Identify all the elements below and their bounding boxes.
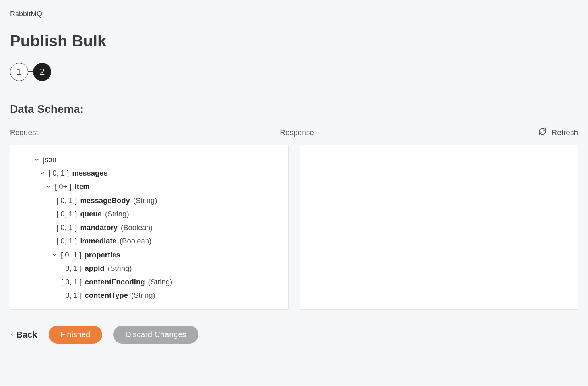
request-label: Request (10, 128, 269, 137)
tree-name: messageBody (80, 194, 130, 207)
tree-cardinality: [ 0, 1 ] (61, 262, 82, 275)
tree-leaf[interactable]: [ 0, 1 ] contentType (String) (17, 289, 281, 302)
discard-button[interactable]: Discard Changes (113, 326, 198, 344)
refresh-label: Refresh (551, 128, 578, 137)
tree-node-item[interactable]: [ 0+ ] item (17, 180, 281, 193)
tree-name: item (75, 180, 90, 193)
tree-name: immediate (80, 234, 116, 248)
tree-cardinality: [ 0, 1 ] (61, 289, 82, 302)
chevron-down-icon (39, 171, 45, 176)
tree-name: contentType (85, 289, 128, 302)
response-panel (300, 145, 578, 310)
tree-name: appId (85, 262, 104, 275)
tree-type: (String) (148, 275, 173, 289)
tree-cardinality: [ 0, 1 ] (56, 207, 77, 221)
tree-cardinality: [ 0, 1 ] (56, 194, 77, 207)
tree-type: (String) (108, 262, 132, 275)
tree-leaf[interactable]: [ 0, 1 ] mandatory (Boolean) (17, 221, 281, 234)
tree-node-json[interactable]: json (17, 153, 281, 166)
tree-name: messages (72, 166, 107, 180)
breadcrumb-link[interactable]: RabbitMQ (10, 10, 42, 18)
chevron-down-icon (45, 184, 52, 189)
chevron-down-icon (33, 157, 40, 162)
stepper: 1 2 (10, 63, 578, 81)
tree-type: (String) (105, 207, 129, 221)
tree-name: queue (80, 207, 101, 221)
tree-label: json (43, 153, 56, 166)
back-button[interactable]: Back (10, 330, 37, 340)
tree-name: properties (84, 248, 120, 262)
finished-button[interactable]: Finished (49, 326, 103, 344)
tree-name: mandatory (80, 221, 118, 234)
tree-node-messages[interactable]: [ 0, 1 ] messages (17, 166, 281, 180)
back-label: Back (16, 330, 37, 340)
tree-type: (Boolean) (120, 234, 151, 248)
tree-type: (String) (131, 289, 155, 302)
tree-type: (Boolean) (121, 221, 153, 234)
tree-leaf[interactable]: [ 0, 1 ] appId (String) (17, 262, 281, 275)
response-label: Response (280, 128, 539, 137)
tree-name: contentEncoding (85, 275, 145, 289)
tree-cardinality: [ 0, 1 ] (61, 248, 81, 262)
tree-leaf[interactable]: [ 0, 1 ] immediate (Boolean) (17, 234, 281, 248)
section-title: Data Schema: (10, 103, 578, 116)
tree-node-properties[interactable]: [ 0, 1 ] properties (17, 248, 281, 262)
chevron-down-icon (51, 252, 58, 257)
request-panel: json [ 0, 1 ] messages [ 0+ ] item [ 0, … (10, 145, 289, 310)
tree-leaf[interactable]: [ 0, 1 ] queue (String) (17, 207, 281, 221)
refresh-button[interactable]: Refresh (539, 127, 578, 137)
tree-cardinality: [ 0, 1 ] (49, 166, 69, 180)
tree-leaf[interactable]: [ 0, 1 ] contentEncoding (String) (17, 275, 281, 289)
tree-cardinality: [ 0, 1 ] (56, 221, 77, 234)
chevron-left-icon (10, 330, 14, 340)
step-connector (28, 71, 33, 72)
tree-cardinality: [ 0, 1 ] (61, 275, 82, 289)
page-title: Publish Bulk (10, 32, 578, 50)
tree-leaf[interactable]: [ 0, 1 ] messageBody (String) (17, 194, 281, 207)
tree-type: (String) (133, 194, 157, 207)
refresh-icon (539, 127, 547, 137)
step-1[interactable]: 1 (10, 63, 28, 81)
step-2[interactable]: 2 (33, 63, 51, 81)
tree-cardinality: [ 0+ ] (55, 180, 72, 193)
footer-actions: Back Finished Discard Changes (10, 326, 578, 344)
tree-cardinality: [ 0, 1 ] (56, 234, 77, 248)
